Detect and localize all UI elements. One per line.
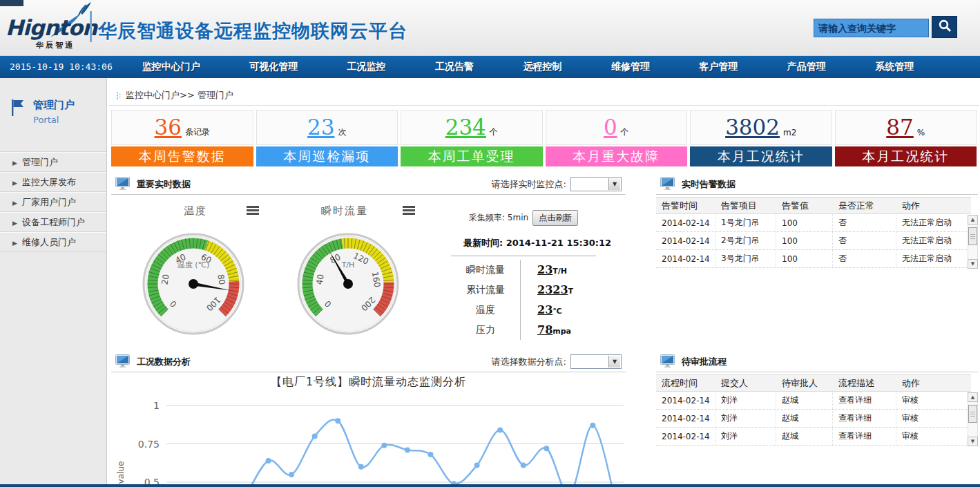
table-cell: 无法正常启动 — [896, 232, 960, 249]
arrow-right-icon: ▶ — [12, 180, 17, 187]
table-cell: 2014-02-14 — [656, 392, 715, 409]
gauge-title-temperature: 温度 — [154, 204, 237, 218]
nav-item[interactable]: 监控中心门户 — [142, 61, 200, 73]
stat-unit: 次 — [338, 126, 346, 138]
stat-unit: m2 — [783, 128, 796, 137]
scroll-up-icon[interactable]: ▲ — [968, 215, 978, 225]
table-cell: 100 — [776, 250, 833, 267]
stat-unit: 个 — [621, 126, 629, 138]
readout-unit: T — [568, 287, 574, 296]
monitor-icon — [656, 354, 676, 369]
analysis-point-select[interactable]: ▼ — [570, 354, 622, 369]
section-title: 重要实时数据 — [137, 178, 191, 191]
nav-item[interactable]: 维修管理 — [611, 61, 650, 73]
scrollbar-thumb[interactable] — [968, 227, 977, 245]
readout-label: 累计流量 — [451, 284, 520, 296]
table-row: 2014-02-141号龙门吊100否无法正常启动 — [656, 214, 971, 232]
stat-card: 87% 本月工况统计 — [835, 110, 977, 166]
table-cell: 否 — [833, 232, 896, 249]
table-cell: 无法正常启动 — [896, 250, 960, 267]
table-cell[interactable]: 审核 — [896, 392, 960, 409]
nav-item[interactable]: 工况监控 — [347, 61, 386, 73]
sidebar-item[interactable]: ▶维修人员门户 — [0, 232, 106, 252]
readout-value-link[interactable]: 78 — [537, 323, 553, 336]
scroll-up-icon[interactable]: ▲ — [968, 392, 978, 402]
chart-menu-icon[interactable] — [403, 206, 415, 215]
clock: 2015-10-19 10:43:06 — [10, 56, 113, 78]
readout-row: 温度 23℃ — [451, 300, 613, 320]
search-input[interactable] — [814, 19, 929, 37]
arrow-right-icon: ▶ — [12, 160, 17, 166]
table-cell: 赵城 — [776, 392, 833, 409]
table-row: 2014-02-14刘洋赵城查看详细审核 — [656, 410, 971, 428]
sidebar-menu: ▶管理门户▶监控大屏发布▶厂家用户门户▶设备工程师门户▶维修人员门户 — [0, 151, 106, 252]
svg-text:1: 1 — [153, 400, 160, 411]
readout-value-link[interactable]: 23 — [537, 263, 553, 276]
readout-value-link[interactable]: 23 — [537, 303, 553, 316]
svg-text:T/H: T/H — [341, 260, 355, 269]
realtime-readouts: 采集频率: 5min 点击刷新 最新时间: 2014-11-21 15:30:1… — [451, 210, 613, 340]
stat-cards-row: 36条记录 本周告警数据 23次 本周巡检漏项 234个 本周工单受理 0个 本… — [111, 110, 977, 166]
stat-unit: % — [917, 128, 925, 137]
monitor-point-select[interactable]: ▼ — [570, 177, 622, 191]
table-cell: 2014-02-14 — [656, 428, 715, 445]
nav-item[interactable]: 远程控制 — [523, 61, 561, 73]
stat-unit: 条记录 — [185, 126, 210, 138]
nav-item[interactable]: 可视化管理 — [249, 61, 298, 73]
select-label: 请选择实时监控点: — [492, 178, 566, 191]
readout-unit: ℃ — [553, 307, 561, 316]
table-cell: 赵城 — [776, 410, 833, 427]
scrollbar: ▲ ▼ — [968, 392, 978, 446]
latest-time-value: 2014-11-21 15:30:12 — [506, 238, 611, 248]
refresh-button[interactable]: 点击刷新 — [532, 210, 578, 226]
svg-text:温度 (℃): 温度 (℃) — [177, 260, 209, 269]
table-row: 2014-02-14刘洋赵城查看详细审核 — [656, 428, 971, 446]
portal-title: 管理门户 — [33, 99, 75, 112]
stat-label: 本月工况统计 — [835, 146, 977, 166]
table-cell[interactable]: 查看详细 — [833, 392, 896, 409]
column-header: 动作 — [896, 200, 960, 212]
stat-card: 3802m2 本月工况统计 — [690, 110, 832, 166]
stat-value-link[interactable]: 87 — [886, 117, 913, 138]
stat-value-link[interactable]: 234 — [445, 117, 486, 138]
scroll-down-icon[interactable]: ▼ — [968, 259, 978, 269]
sidebar: 管理门户 Portal ▶管理门户▶监控大屏发布▶厂家用户门户▶设备工程师门户▶… — [0, 78, 107, 487]
nav-item[interactable]: 工况告警 — [435, 61, 474, 73]
breadcrumb: 监控中心门户>> 管理门户 — [116, 89, 233, 102]
table-cell[interactable]: 审核 — [896, 410, 960, 427]
sidebar-item[interactable]: ▶管理门户 — [0, 152, 106, 172]
stat-value-link[interactable]: 0 — [604, 117, 617, 138]
nav-item[interactable]: 系统管理 — [875, 61, 914, 73]
table-cell[interactable]: 审核 — [896, 428, 960, 445]
stat-label: 本月工况统计 — [690, 146, 832, 166]
stat-unit: 个 — [490, 126, 498, 138]
stat-value-link[interactable]: 3802 — [725, 117, 780, 138]
section-title: 工况数据分析 — [137, 356, 191, 368]
table-cell: 2014-02-14 — [656, 250, 715, 267]
app-header: Hignton 华辰智通 华辰智通设备远程监控物联网云平台 — [0, 0, 980, 56]
readout-label: 瞬时流量 — [451, 264, 520, 276]
stat-card: 36条记录 本周告警数据 — [111, 110, 253, 166]
scroll-down-icon[interactable]: ▼ — [968, 437, 978, 446]
table-cell[interactable]: 查看详细 — [833, 428, 896, 445]
search-button[interactable] — [932, 16, 957, 38]
latest-time-label: 最新时间: — [463, 238, 503, 248]
svg-text:value: value — [116, 461, 126, 484]
nav-item[interactable]: 产品管理 — [787, 61, 826, 73]
sidebar-item[interactable]: ▶设备工程师门户 — [0, 212, 106, 232]
table-cell[interactable]: 查看详细 — [833, 410, 896, 427]
readout-value-link[interactable]: 2323 — [537, 283, 568, 296]
sidebar-item[interactable]: ▶监控大屏发布 — [0, 172, 106, 192]
main-navbar: 2015-10-19 10:43:06 监控中心门户可视化管理工况监控工况告警远… — [0, 56, 980, 78]
breadcrumb-text: 监控中心门户>> 管理门户 — [126, 89, 233, 102]
scrollbar-track[interactable] — [968, 402, 978, 437]
stat-value-link[interactable]: 36 — [155, 117, 182, 138]
chart-menu-icon[interactable] — [247, 206, 259, 215]
scrollbar-thumb[interactable] — [968, 405, 977, 423]
nav-item[interactable]: 客户管理 — [699, 61, 738, 73]
column-header: 流程时间 — [656, 377, 715, 390]
sidebar-item[interactable]: ▶厂家用户门户 — [0, 192, 106, 212]
table-row: 2014-02-14刘洋赵城查看详细审核 — [656, 392, 971, 410]
scrollbar-track[interactable] — [968, 225, 978, 259]
stat-value-link[interactable]: 23 — [307, 117, 334, 138]
